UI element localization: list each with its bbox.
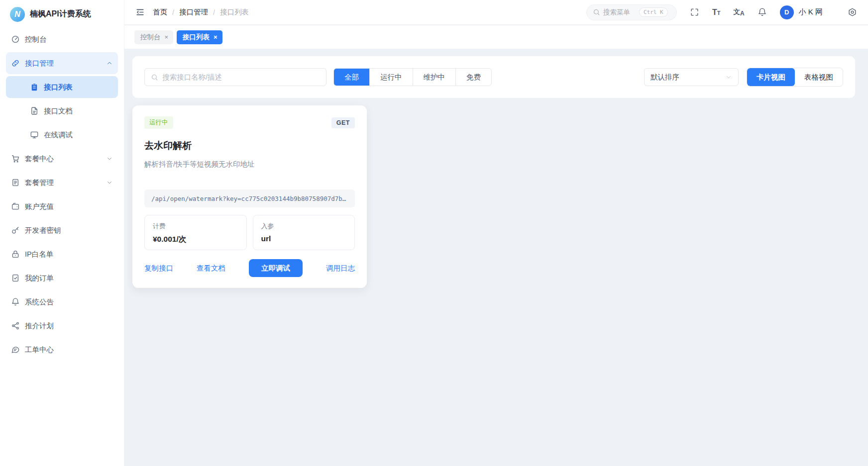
sidebar-item-my-orders[interactable]: 我的订单: [6, 267, 118, 289]
api-search-input[interactable]: [144, 68, 326, 86]
breadcrumb-separator: /: [213, 8, 215, 16]
stat-label: 计费: [153, 222, 238, 231]
sidebar-item-account-recharge[interactable]: 账户充值: [6, 195, 118, 217]
close-icon[interactable]: ×: [214, 34, 217, 40]
sidebar-item-label: 套餐管理: [25, 178, 54, 187]
sort-dropdown-value: 默认排序: [651, 73, 679, 82]
tab-dashboard[interactable]: 控制台 ×: [134, 30, 173, 44]
dashboard-icon: [11, 35, 20, 44]
file-check-icon: [11, 274, 20, 282]
breadcrumb-separator: /: [172, 8, 174, 16]
sidebar-item-label: 接口管理: [25, 59, 54, 68]
table-view-button[interactable]: 表格视图: [795, 68, 843, 86]
sidebar-item-ticket-center[interactable]: 工单中心: [6, 339, 118, 361]
username: 小 K 网: [799, 7, 823, 17]
link-icon: [11, 59, 20, 68]
copy-api-button[interactable]: 复制接口: [144, 264, 173, 273]
fullscreen-icon[interactable]: [690, 7, 699, 17]
font-size-icon[interactable]: TT: [712, 8, 721, 16]
card-view-button[interactable]: 卡片视图: [747, 68, 795, 86]
breadcrumb-home[interactable]: 首页: [153, 7, 167, 17]
search-icon: [151, 74, 158, 81]
sidebar-item-api-list[interactable]: 接口列表: [6, 76, 118, 98]
clipboard-icon: [30, 83, 39, 92]
settings-icon[interactable]: [848, 7, 857, 17]
sidebar-item-ip-whitelist[interactable]: IP白名单: [6, 243, 118, 265]
breadcrumb-section[interactable]: 接口管理: [179, 7, 208, 17]
close-icon[interactable]: ×: [165, 34, 169, 40]
api-title: 去水印解析: [144, 139, 355, 152]
chevron-down-icon: [106, 179, 113, 186]
api-description: 解析抖音/快手等短视频无水印地址: [144, 160, 355, 169]
sidebar-item-label: 接口文档: [44, 106, 73, 116]
main-content: 全部 运行中 维护中 免费 默认排序 卡片视图 表格视图 运行中 GET 去水印…: [124, 49, 868, 466]
sidebar-item-label: 在线调试: [44, 130, 73, 140]
filter-maintenance[interactable]: 维护中: [413, 69, 456, 86]
sidebar-nav: 控制台 接口管理 接口列表 接口文档 在线调试 套餐中心 套餐管理: [0, 28, 124, 361]
stat-params: 入参 url: [253, 215, 355, 250]
filter-free[interactable]: 免费: [455, 69, 491, 86]
stat-label: 入参: [261, 222, 347, 231]
sidebar-item-online-debug[interactable]: 在线调试: [6, 124, 118, 146]
view-docs-button[interactable]: 查看文档: [197, 264, 225, 273]
chevron-up-icon: [106, 60, 113, 67]
status-filter-group: 全部 运行中 维护中 免费: [333, 68, 492, 86]
sidebar: N 楠枫API计费系统 控制台 接口管理 接口列表 接口文档 在线调试 套餐中心: [0, 0, 124, 466]
menu-search-input[interactable]: Ctrl K: [586, 4, 677, 20]
file-text-icon: [30, 106, 39, 115]
method-badge: GET: [331, 117, 355, 128]
filter-running[interactable]: 运行中: [369, 69, 413, 86]
api-endpoint[interactable]: /api/open/watermark?key=cc775c0203144b9b…: [144, 189, 355, 207]
sidebar-item-announcements[interactable]: 系统公告: [6, 291, 118, 313]
sidebar-item-label: 账户充值: [25, 202, 54, 211]
view-toggle-group: 卡片视图 表格视图: [747, 68, 843, 87]
share-icon: [11, 321, 20, 330]
collapse-sidebar-icon[interactable]: [135, 7, 145, 17]
sidebar-item-api-management[interactable]: 接口管理: [6, 52, 118, 74]
top-header: 首页 / 接口管理 / 接口列表 Ctrl K TT 文A D 小 K 网: [124, 0, 868, 25]
shortcut-badge: Ctrl K: [639, 7, 668, 17]
filter-all[interactable]: 全部: [334, 69, 369, 86]
user-menu[interactable]: D 小 K 网: [780, 5, 823, 19]
stat-billing: 计费 ¥0.001/次: [144, 215, 247, 250]
tab-label: 控制台: [140, 33, 161, 42]
bell-icon[interactable]: [758, 7, 767, 17]
sidebar-item-label: 接口列表: [44, 83, 73, 92]
sidebar-item-referral-program[interactable]: 推介计划: [6, 315, 118, 337]
sidebar-item-developer-keys[interactable]: 开发者密钥: [6, 219, 118, 241]
tab-label: 接口列表: [183, 33, 210, 42]
sidebar-item-label: 套餐中心: [25, 154, 54, 164]
api-card: 运行中 GET 去水印解析 解析抖音/快手等短视频无水印地址 /api/open…: [132, 105, 367, 288]
file-list-icon: [11, 178, 20, 187]
sidebar-item-label: 控制台: [25, 35, 47, 44]
avatar: D: [780, 5, 794, 19]
debug-now-button[interactable]: 立即调试: [249, 259, 303, 277]
sort-dropdown[interactable]: 默认排序: [644, 68, 739, 86]
sidebar-item-label: IP白名单: [25, 250, 53, 259]
open-tabs-bar: 控制台 × 接口列表 ×: [124, 25, 868, 49]
tab-api-list[interactable]: 接口列表 ×: [177, 30, 222, 44]
api-search-field[interactable]: [162, 73, 320, 81]
sidebar-item-label: 开发者密钥: [25, 226, 61, 235]
key-icon: [11, 226, 20, 235]
menu-search-field[interactable]: [603, 8, 636, 16]
cart-icon: [11, 154, 20, 163]
header-actions: Ctrl K TT 文A D 小 K 网: [586, 4, 857, 20]
sidebar-item-dashboard[interactable]: 控制台: [6, 28, 118, 50]
chevron-down-icon: [106, 155, 113, 162]
monitor-icon: [30, 130, 39, 139]
status-badge: 运行中: [144, 116, 173, 129]
sidebar-item-api-docs[interactable]: 接口文档: [6, 100, 118, 122]
sidebar-item-label: 工单中心: [25, 345, 54, 355]
translate-icon[interactable]: 文A: [733, 8, 744, 16]
filter-toolbar: 全部 运行中 维护中 免费 默认排序 卡片视图 表格视图: [132, 56, 855, 98]
call-logs-button[interactable]: 调用日志: [326, 264, 355, 273]
wallet-icon: [11, 202, 20, 211]
chevron-down-icon: [725, 74, 732, 81]
sidebar-item-package-management[interactable]: 套餐管理: [6, 172, 118, 193]
sidebar-item-package-center[interactable]: 套餐中心: [6, 148, 118, 170]
breadcrumb-current: 接口列表: [220, 7, 249, 17]
sidebar-item-label: 推介计划: [25, 321, 54, 331]
search-icon: [593, 8, 600, 16]
app-logo: N 楠枫API计费系统: [0, 0, 124, 28]
